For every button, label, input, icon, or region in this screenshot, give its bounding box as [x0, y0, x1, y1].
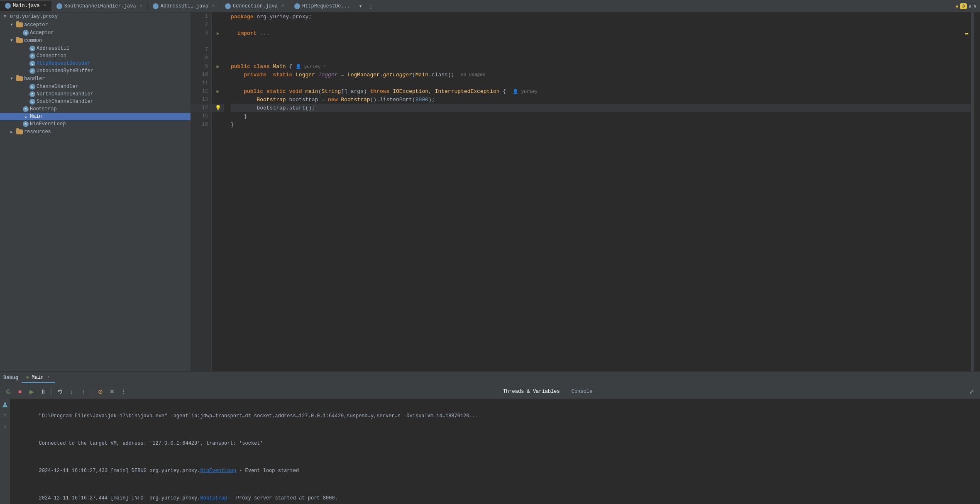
expand-arrow-org: ▼	[2, 13, 8, 20]
tab-main-java-close[interactable]: ×	[44, 3, 46, 8]
warning-up-btn[interactable]: ∧	[968, 3, 972, 10]
gutter-10	[212, 71, 224, 79]
sidebar-label-Connection: Connection	[37, 53, 66, 59]
gutter-16	[212, 120, 224, 129]
kw-package: package	[231, 14, 254, 20]
common-folder-icon	[16, 38, 23, 43]
nioeventloop-link[interactable]: NioEventLoop	[200, 468, 236, 474]
sidebar-item-AddressUtil[interactable]: C AddressUtil	[0, 45, 191, 52]
debug-session-tab[interactable]: ▶ Main ×	[22, 373, 55, 383]
tab-overflow-button[interactable]: ⋮	[366, 1, 376, 11]
scroll-down-icon[interactable]: ↓	[1, 422, 9, 431]
editor-tab-bar: Main.java × SouthChannelHandler.java × A…	[0, 0, 980, 12]
console-output[interactable]: "D:\Program Files\Java\jdk-17\bin\java.e…	[10, 399, 980, 504]
panel-tab-console[interactable]: Console	[567, 387, 597, 396]
code-lines[interactable]: package org.yuriey.proxy; import ...	[224, 12, 980, 371]
debug-stop-btn[interactable]: ■	[15, 387, 25, 397]
sidebar-item-HttpRequestDecoder[interactable]: C HttpRequestDecoder	[0, 60, 191, 67]
debug-mute-btn[interactable]: ⊘	[95, 387, 105, 397]
sidebar-item-NioEventLoop[interactable]: C NioEventLoop	[0, 120, 191, 128]
gutter-12[interactable]: ▶	[212, 87, 224, 95]
sidebar-item-Acceptor[interactable]: C Acceptor	[0, 29, 191, 37]
panel-tab-threads-variables[interactable]: Threads & Variables	[498, 387, 565, 396]
sidebar-label-UnboundedByteBuffer: UnboundedByteBuffer	[37, 68, 93, 74]
sidebar-item-ChannelHandler[interactable]: C ChannelHandler	[0, 83, 191, 90]
httprequestdecoder-class-icon: C	[29, 61, 35, 66]
sidebar-label-acceptor: acceptor	[24, 22, 48, 28]
ln-9: 9	[191, 62, 211, 71]
tab-main-java-label: Main.java	[13, 3, 40, 9]
bulb-icon-14[interactable]: 💡	[215, 105, 221, 111]
sidebar-item-Bootstrap[interactable]: C Bootstrap	[0, 105, 191, 113]
ln-16: 16	[191, 120, 211, 129]
sidebar-label-org-yuriey-proxy: org.yuriey.proxy	[10, 14, 58, 19]
main-class-icon: C	[23, 114, 29, 119]
ln-10: 10	[191, 71, 211, 79]
warning-count[interactable]: 3	[960, 3, 967, 9]
debug-step-into-btn[interactable]: ↓	[67, 387, 77, 397]
tab-connection-close[interactable]: ×	[281, 4, 284, 8]
sidebar-item-acceptor-folder[interactable]: ▼ acceptor	[0, 21, 191, 29]
warning-mark	[965, 33, 968, 34]
tab-address-close[interactable]: ×	[212, 4, 215, 8]
acceptor-class-icon: C	[23, 30, 29, 36]
sidebar-label-NioEventLoop: NioEventLoop	[30, 121, 66, 127]
tab-south-channel[interactable]: SouthChannelHandler.java ×	[51, 2, 148, 11]
gutter-7	[212, 46, 224, 54]
console-line-debug1: 2024-12-11 16:16:27,433 [main] DEBUG org…	[15, 457, 975, 485]
nioeventloop-class-icon: C	[23, 121, 29, 127]
bootstrap-link[interactable]: Bootstrap	[200, 495, 227, 501]
ln-7: 7	[191, 46, 211, 54]
sidebar-label-SouthChannelHandler: SouthChannelHandler	[37, 99, 93, 105]
tab-connection[interactable]: Connection.java ×	[220, 2, 289, 11]
debug-session-close[interactable]: ×	[47, 375, 50, 380]
sidebar-item-resources-folder[interactable]: ▶ resources	[0, 128, 191, 136]
collapse-arrow-3[interactable]: ▶	[217, 31, 220, 36]
sidebar-item-Connection[interactable]: C Connection	[0, 52, 191, 60]
debug-clear-btn[interactable]: ✕	[107, 387, 117, 397]
warning-down-btn[interactable]: ∨	[973, 3, 977, 10]
code-editor[interactable]: 1 2 3 7 8 9 10 11 12 13 14 15 16	[191, 12, 980, 371]
tab-address-util[interactable]: AddressUtil.java ×	[148, 2, 220, 11]
sidebar-label-Acceptor: Acceptor	[30, 30, 54, 36]
debug-restart-btn[interactable]	[3, 387, 13, 397]
connection-icon	[225, 3, 231, 9]
scroll-up-icon[interactable]: ↑	[1, 411, 9, 420]
tab-more-button[interactable]: ▾	[355, 1, 365, 11]
sidebar-item-handler-folder[interactable]: ▼ handler	[0, 75, 191, 83]
run-arrow-9[interactable]: ▶	[216, 63, 219, 70]
debug-session-bar: Debug ▶ Main ×	[0, 372, 980, 384]
gutter-9[interactable]: ▶	[212, 62, 224, 71]
panel-tabs: Threads & Variables Console	[498, 387, 597, 396]
ln-8: 8	[191, 54, 211, 62]
debug-resume-btn[interactable]: ▶	[27, 387, 37, 397]
debug-step-out-btn[interactable]: ↑	[78, 387, 88, 397]
sidebar-item-NorthChannelHandler[interactable]: C NorthChannelHandler	[0, 90, 191, 98]
tab-south-close[interactable]: ×	[140, 4, 142, 8]
debug-step-over-btn[interactable]	[55, 387, 65, 397]
sidebar-item-org-yuriey-proxy[interactable]: ▼ org.yuriey.proxy	[0, 12, 191, 21]
console-line-info1: 2024-12-11 16:16:27,444 [main] INFO org.…	[15, 485, 975, 504]
panel-expand-btn[interactable]: ⤢	[967, 387, 977, 397]
svg-point-1	[4, 402, 6, 405]
tab-main-java[interactable]: Main.java ×	[0, 1, 51, 11]
warning-triangle-icon: ▲	[956, 4, 958, 9]
code-line-14: bootstrap.start();	[231, 104, 973, 112]
expand-arrow-acceptor: ▼	[8, 22, 15, 28]
debug-pause-btn[interactable]: ⏸	[38, 387, 48, 397]
ln-1: 1	[191, 12, 211, 21]
debug-more-btn[interactable]: ⋮	[119, 387, 129, 397]
gutter-1	[212, 12, 224, 21]
sidebar-item-UnboundedByteBuffer[interactable]: C UnboundedByteBuffer	[0, 67, 191, 75]
debug-avatar-icon[interactable]	[1, 401, 9, 409]
tab-http-request[interactable]: HttpRequestDe...	[289, 2, 355, 11]
bottom-panel: Debug ▶ Main × ■ ▶ ⏸ ↓ ↑ ⊘ ✕ ⋮ Threads &…	[0, 371, 980, 504]
sidebar-label-AddressUtil: AddressUtil	[37, 46, 69, 51]
sidebar-item-Main[interactable]: C Main	[0, 113, 191, 120]
ln-12: 12	[191, 87, 211, 95]
sidebar-label-Bootstrap: Bootstrap	[30, 106, 57, 112]
run-arrow-12[interactable]: ▶	[216, 88, 219, 95]
sidebar-item-SouthChannelHandler[interactable]: C SouthChannelHandler	[0, 98, 191, 105]
sidebar-item-common-folder[interactable]: ▼ common	[0, 37, 191, 45]
gutter-14[interactable]: 💡	[212, 104, 224, 112]
